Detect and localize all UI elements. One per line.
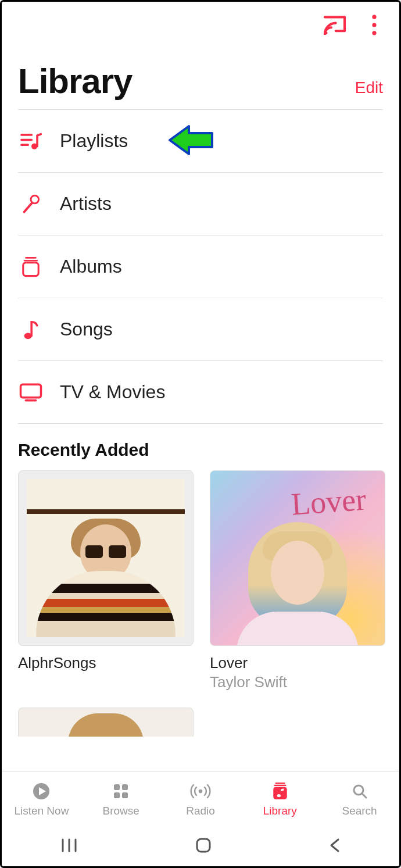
svg-line-10 — [24, 202, 33, 212]
svg-rect-21 — [114, 792, 120, 798]
svg-marker-8 — [170, 126, 212, 154]
tab-search[interactable]: Search — [320, 771, 399, 827]
album-icon — [18, 256, 44, 277]
album-card[interactable]: Lover Lover Taylor Swift — [210, 470, 385, 691]
svg-point-27 — [277, 794, 280, 796]
category-label: Playlists — [60, 130, 128, 152]
nav-back-icon[interactable] — [328, 837, 342, 856]
more-options-icon[interactable] — [371, 15, 377, 38]
svg-rect-15 — [21, 384, 41, 398]
category-playlists[interactable]: Playlists — [18, 110, 383, 173]
album-title: AlphrSongs — [18, 654, 194, 672]
search-icon — [351, 781, 368, 801]
page-title: Library — [18, 61, 132, 101]
category-artists[interactable]: Artists — [18, 173, 383, 235]
tv-icon — [18, 383, 44, 402]
album-card[interactable]: AlphrSongs — [18, 470, 194, 691]
album-art: Lover — [210, 470, 385, 646]
svg-point-1 — [372, 15, 376, 19]
category-label: TV & Movies — [60, 381, 165, 403]
recently-added-grid: AlphrSongs Lover Lover Taylor Swift — [2, 470, 399, 691]
note-icon — [18, 319, 44, 340]
tab-label: Browse — [103, 805, 139, 817]
tab-radio[interactable]: Radio — [161, 771, 241, 827]
svg-point-0 — [324, 31, 327, 34]
album-art — [18, 470, 194, 646]
nav-recents-icon[interactable] — [59, 837, 79, 856]
album-cover-text: Lover — [290, 481, 367, 523]
app-screen: Library Edit Playlists — [0, 0, 401, 868]
album-title: Lover — [210, 654, 385, 672]
svg-point-3 — [372, 31, 376, 35]
annotation-arrow-icon — [168, 123, 214, 158]
category-label: Albums — [60, 256, 122, 277]
bottom-tab-bar: Listen Now Browse — [2, 771, 399, 827]
recently-added-title: Recently Added — [2, 424, 399, 470]
svg-rect-22 — [122, 792, 128, 798]
grid-icon — [112, 781, 130, 801]
edit-button[interactable]: Edit — [355, 78, 383, 97]
tab-library[interactable]: Library — [240, 771, 320, 827]
category-songs[interactable]: Songs — [18, 298, 383, 361]
play-icon — [32, 781, 51, 801]
svg-point-23 — [199, 789, 202, 792]
recently-added-grid-row2 — [2, 691, 399, 737]
svg-rect-19 — [114, 784, 120, 790]
svg-rect-33 — [197, 839, 210, 852]
cast-icon[interactable] — [323, 15, 347, 37]
svg-rect-20 — [122, 784, 128, 790]
radio-icon — [189, 781, 212, 801]
category-tv-movies[interactable]: TV & Movies — [18, 361, 383, 424]
tab-browse[interactable]: Browse — [81, 771, 161, 827]
category-albums[interactable]: Albums — [18, 235, 383, 298]
playlist-icon — [18, 132, 44, 151]
library-icon — [271, 781, 289, 801]
tab-listen-now[interactable]: Listen Now — [2, 771, 81, 827]
svg-rect-13 — [23, 262, 38, 276]
svg-rect-26 — [273, 787, 287, 799]
category-label: Artists — [60, 193, 112, 215]
library-header: Library Edit — [2, 44, 399, 109]
svg-line-29 — [362, 794, 366, 798]
album-artist: Taylor Swift — [210, 673, 385, 691]
album-card-peek[interactable] — [18, 708, 194, 737]
nav-home-icon[interactable] — [194, 836, 213, 857]
android-nav-bar — [2, 827, 399, 866]
category-label: Songs — [60, 319, 113, 340]
top-action-bar — [2, 2, 399, 44]
tab-label: Library — [263, 805, 297, 817]
category-list: Playlists Artists — [2, 110, 399, 424]
tab-label: Radio — [186, 805, 215, 817]
svg-point-2 — [372, 23, 376, 27]
tab-label: Listen Now — [14, 805, 69, 817]
mic-icon — [18, 194, 44, 214]
tab-label: Search — [342, 805, 377, 817]
